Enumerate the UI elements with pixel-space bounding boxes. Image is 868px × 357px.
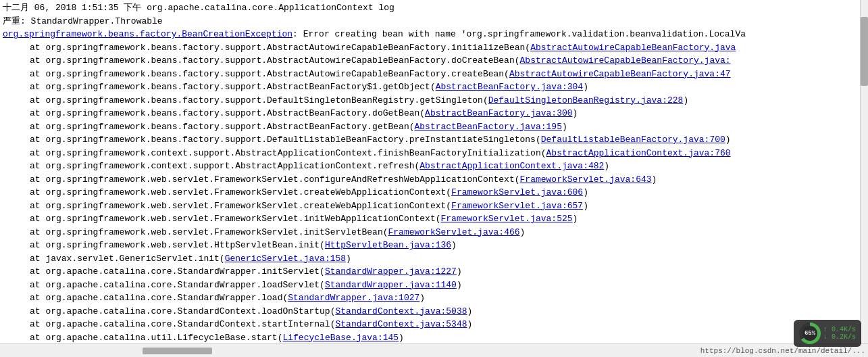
line-suffix: ): [562, 122, 567, 132]
log-severe: 严重: StandardWrapper.Throwable: [3, 15, 865, 28]
stack-line: at org.springframework.beans.factory.sup…: [3, 41, 865, 55]
line-suffix: ): [583, 201, 588, 211]
stack-line: at org.springframework.beans.factory.sup…: [3, 120, 865, 134]
stack-line: at org.apache.catalina.util.LifecycleBas…: [3, 331, 865, 345]
network-download: ↓ 0.2K/s: [823, 333, 856, 341]
line-prefix: at org.springframework.web.servlet.Frame…: [30, 214, 441, 224]
line-prefix: at org.springframework.context.support.A…: [30, 148, 546, 158]
status-url: https://blog.csdn.net/main/detail/...: [700, 347, 865, 355]
exception-link[interactable]: org.springframework.beans.factory.BeanCr…: [3, 29, 292, 39]
header-text: 十二月 06, 2018 1:51:35 下午 org.apache.catal…: [3, 3, 394, 13]
line-link[interactable]: AbstractApplicationContext.java:482: [419, 161, 604, 171]
log-container: 十二月 06, 2018 1:51:35 下午 org.apache.catal…: [0, 0, 868, 357]
stack-line: at org.springframework.beans.factory.sup…: [3, 54, 865, 68]
log-header: 十二月 06, 2018 1:51:35 下午 org.apache.catal…: [3, 1, 865, 15]
network-stats: ↑ 0.4K/s ↓ 0.2K/s: [823, 326, 856, 341]
line-link[interactable]: StandardWrapper.java:1027: [288, 293, 419, 303]
stack-trace: at org.springframework.beans.factory.sup…: [3, 41, 865, 358]
line-prefix: at org.springframework.web.servlet.Frame…: [30, 227, 388, 237]
line-suffix: ): [683, 95, 688, 105]
line-link[interactable]: AbstractBeanFactory.java:304: [436, 82, 583, 92]
stack-line: at org.apache.catalina.core.StandardWrap…: [3, 279, 865, 292]
stack-line: at org.apache.catalina.core.StandardCont…: [3, 305, 865, 318]
line-prefix: at org.apache.catalina.core.StandardWrap…: [30, 266, 325, 277]
stack-line: at org.apache.catalina.core.StandardWrap…: [3, 291, 865, 305]
line-link[interactable]: AbstractApplicationContext.java:760: [546, 148, 731, 158]
line-prefix: at org.springframework.beans.factory.sup…: [30, 55, 520, 66]
line-prefix: at org.apache.catalina.util.LifecycleBas…: [30, 333, 282, 343]
horizontal-scrollbar-thumb[interactable]: [143, 348, 212, 354]
line-link[interactable]: FrameworkServlet.java:525: [441, 214, 573, 224]
line-link[interactable]: FrameworkServlet.java:466: [388, 227, 520, 237]
line-prefix: at org.apache.catalina.core.StandardWrap…: [30, 293, 288, 303]
line-suffix: ): [583, 82, 588, 92]
line-suffix: ): [652, 174, 657, 185]
vertical-scrollbar-thumb[interactable]: [861, 17, 868, 86]
line-suffix: ): [419, 293, 425, 303]
line-prefix: at org.springframework.web.servlet.HttpS…: [30, 240, 325, 250]
horizontal-scrollbar-track[interactable]: [3, 348, 700, 354]
line-prefix: at org.springframework.web.servlet.Frame…: [30, 174, 520, 185]
line-suffix: ): [467, 319, 473, 329]
line-link[interactable]: DefaultSingletonBeanRegistry.java:228: [488, 95, 684, 105]
line-prefix: at javax.servlet.GenericServlet.init(: [30, 254, 225, 264]
line-suffix: ): [725, 135, 731, 145]
log-exception: org.springframework.beans.factory.BeanCr…: [3, 28, 865, 41]
stack-line: at org.springframework.context.support.A…: [3, 160, 865, 173]
line-prefix: at org.springframework.beans.factory.sup…: [30, 108, 425, 118]
line-suffix: ): [467, 306, 473, 316]
line-suffix: ): [573, 214, 578, 224]
line-link[interactable]: LifecycleBase.java:145: [282, 333, 399, 343]
line-suffix: ): [573, 108, 578, 118]
line-prefix: at org.apache.catalina.core.StandardWrap…: [30, 280, 325, 290]
line-link[interactable]: StandardWrapper.java:1227: [325, 266, 457, 277]
stack-line: at org.springframework.web.servlet.Frame…: [3, 186, 865, 199]
line-link[interactable]: HttpServletBean.java:136: [325, 240, 451, 250]
line-link[interactable]: StandardContext.java:5038: [335, 306, 467, 316]
line-prefix: at org.springframework.beans.factory.sup…: [30, 95, 488, 105]
line-link[interactable]: AbstractAutowireCapableBeanFactory.java:: [520, 55, 731, 66]
line-link[interactable]: FrameworkServlet.java:606: [451, 187, 583, 197]
vertical-scrollbar[interactable]: [860, 0, 868, 343]
severe-text: 严重: StandardWrapper.Throwable: [3, 16, 163, 26]
stack-line: at org.springframework.beans.factory.sup…: [3, 68, 865, 81]
line-suffix: ): [457, 266, 462, 277]
line-suffix: ): [346, 254, 351, 264]
stack-line: at javax.servlet.GenericServlet.init(Gen…: [3, 252, 865, 266]
stack-line: at org.springframework.web.servlet.Frame…: [3, 199, 865, 213]
line-link[interactable]: AbstractBeanFactory.java:300: [425, 108, 572, 118]
stack-line: at org.springframework.beans.factory.sup…: [3, 80, 865, 94]
line-link[interactable]: FrameworkServlet.java:657: [451, 201, 583, 211]
status-bar: https://blog.csdn.net/main/detail/...: [0, 343, 868, 357]
line-link[interactable]: AbstractBeanFactory.java:195: [415, 122, 562, 132]
line-suffix: ): [604, 161, 609, 171]
line-prefix: at org.springframework.web.servlet.Frame…: [30, 187, 451, 197]
stack-line: at org.springframework.beans.factory.sup…: [3, 94, 865, 108]
line-prefix: at org.springframework.beans.factory.sup…: [30, 43, 530, 53]
line-suffix: ): [451, 240, 457, 250]
line-prefix: at org.apache.catalina.core.StandardCont…: [30, 306, 335, 316]
stack-line: at org.springframework.context.support.A…: [3, 147, 865, 160]
stack-line: at org.springframework.beans.factory.sup…: [3, 107, 865, 120]
stack-line: at org.springframework.web.servlet.Frame…: [3, 226, 865, 239]
line-suffix: ): [457, 280, 462, 290]
network-percent: 65%: [802, 326, 817, 341]
line-link[interactable]: AbstractAutowireCapableBeanFactory.java:…: [509, 69, 731, 79]
stack-line: at org.springframework.web.servlet.Frame…: [3, 212, 865, 226]
stack-line: at org.apache.catalina.core.StandardCont…: [3, 318, 865, 331]
network-upload: ↑ 0.4K/s: [823, 326, 856, 333]
line-link[interactable]: GenericServlet.java:158: [225, 254, 346, 264]
line-suffix: ): [583, 187, 588, 197]
network-widget: 65% ↑ 0.4K/s ↓ 0.2K/s: [794, 320, 861, 347]
line-prefix: at org.springframework.context.support.A…: [30, 161, 419, 171]
line-link[interactable]: StandardWrapper.java:1140: [325, 280, 457, 290]
exception-message: : Error creating bean with name 'org.spr…: [292, 29, 746, 39]
line-link[interactable]: DefaultListableBeanFactory.java:700: [541, 135, 725, 145]
line-link[interactable]: StandardContext.java:5348: [335, 319, 467, 329]
line-prefix: at org.springframework.beans.factory.sup…: [30, 69, 509, 79]
line-link[interactable]: FrameworkServlet.java:643: [520, 174, 652, 185]
line-suffix: ): [399, 333, 404, 343]
line-prefix: at org.springframework.beans.factory.sup…: [30, 135, 541, 145]
line-link[interactable]: AbstractAutowireCapableBeanFactory.java: [530, 43, 736, 53]
network-circle: 65%: [799, 323, 821, 344]
